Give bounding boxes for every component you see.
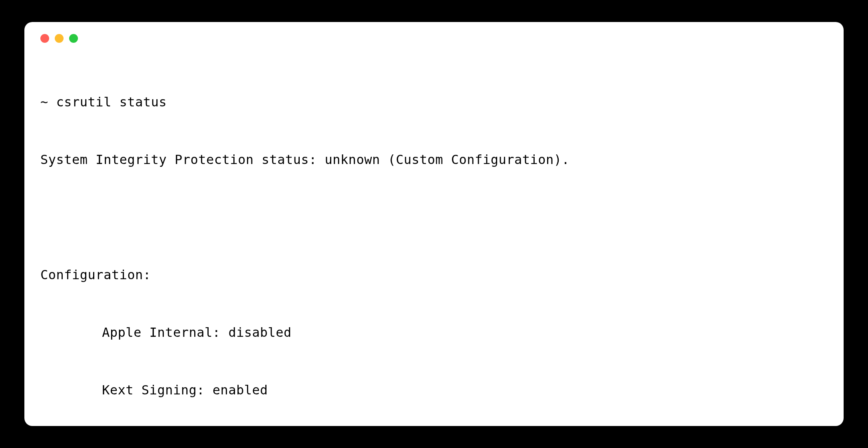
config-header: Configuration: [40, 265, 828, 284]
terminal-output[interactable]: ~ csrutil status System Integrity Protec… [40, 54, 828, 448]
config-item: Filesystem Protections: disabled [40, 438, 828, 448]
status-line: System Integrity Protection status: unkn… [40, 150, 828, 169]
command-line: ~ csrutil status [40, 92, 828, 112]
minimize-icon[interactable] [55, 34, 64, 43]
command-text: csrutil status [56, 92, 167, 112]
config-item: Apple Internal: disabled [40, 323, 828, 342]
close-icon[interactable] [40, 34, 49, 43]
terminal-window[interactable]: ~ csrutil status System Integrity Protec… [24, 22, 844, 426]
window-controls [40, 34, 828, 43]
maximize-icon[interactable] [69, 34, 78, 43]
config-item: Kext Signing: enabled [40, 380, 828, 400]
prompt: ~ [40, 92, 56, 112]
blank-line [40, 208, 828, 227]
